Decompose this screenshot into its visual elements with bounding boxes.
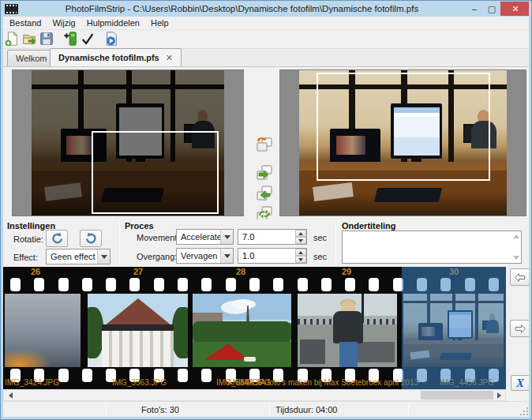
swap-start-end-button[interactable] [254, 135, 275, 154]
transition-dropdown[interactable]: Vervagen [176, 248, 234, 264]
frame-number: 28 [236, 267, 245, 276]
menu-wijzig[interactable]: Wijzig [47, 17, 81, 28]
close-button[interactable]: ✕ [500, 2, 530, 16]
remove-photo-button[interactable]: X [511, 375, 530, 391]
sprocket-hole [34, 278, 44, 291]
frame-filename: IMG_3424.JPG [5, 378, 59, 387]
start-render-button[interactable] [103, 31, 120, 48]
sprocket-hole [10, 278, 21, 291]
spin-up-icon[interactable] [295, 230, 306, 237]
render-check-icon [80, 31, 96, 48]
frame-number: 26 [31, 267, 40, 276]
start-position-panel[interactable] [12, 69, 244, 216]
filmstrip-app-icon [5, 4, 18, 14]
import-pictures-icon [62, 31, 78, 48]
filmstrip-frame-29[interactable] [298, 294, 397, 367]
filmstrip[interactable]: 26 27 28 29 30 [3, 267, 506, 389]
scroll-right-icon[interactable] [493, 390, 505, 400]
sprocket-hole [106, 278, 116, 291]
open-project-icon [21, 31, 37, 48]
move-photo-left-button[interactable] [510, 268, 530, 286]
save-project-icon [39, 31, 54, 48]
photofilmstrip-window: PhotoFilmStrip - C:\Users\Robbin\Desktop… [0, 0, 532, 420]
sprocket-hole [82, 369, 92, 382]
end-photo-preview[interactable] [299, 70, 507, 216]
menu-help[interactable]: Help [145, 17, 174, 28]
sprocket-hole [226, 278, 236, 291]
transition-label: Overgang: [137, 252, 177, 261]
rotate-ccw-button[interactable] [46, 230, 68, 247]
sprocket-hole [154, 278, 164, 291]
scrollbar-thumb[interactable] [421, 391, 493, 399]
tab-close-icon[interactable]: ✕ [166, 53, 173, 63]
spin-up-icon[interactable] [295, 249, 306, 256]
copy-start-to-end-icon [255, 163, 274, 182]
transition-duration-field [238, 248, 307, 264]
copy-start-to-end-button[interactable] [254, 163, 275, 182]
effect-dropdown[interactable]: Geen effect [46, 249, 111, 264]
maximize-button[interactable]: ▢ [483, 2, 500, 16]
filmstrip-frame-27[interactable] [88, 294, 188, 367]
resize-grip[interactable] [520, 407, 528, 415]
movement-dropdown[interactable]: Accelerated [176, 229, 234, 245]
sprocket-hole [249, 278, 260, 291]
save-project-button[interactable] [38, 31, 55, 48]
render-check-button[interactable] [79, 31, 96, 48]
rotate-cw-button[interactable] [80, 230, 102, 247]
new-project-button[interactable] [3, 31, 21, 48]
tab-project-label: Dynamische fotofilm.pfs [58, 53, 159, 62]
sprocket-hole [58, 278, 69, 291]
sprocket-hole [273, 278, 283, 291]
effect-value: Geen effect [47, 252, 97, 261]
end-position-panel[interactable] [279, 69, 526, 216]
photo-count-status: Foto's: 30 [141, 405, 179, 414]
new-project-icon [4, 31, 20, 48]
end-crop-rectangle[interactable] [317, 73, 490, 181]
chevron-down-icon [220, 230, 233, 244]
remove-x-icon: X [516, 377, 524, 390]
sprocket-hole [58, 369, 69, 382]
transition-value: Vervagen [177, 251, 220, 261]
sprocket-hole [178, 278, 188, 291]
filmstrip-frame-26[interactable] [5, 294, 81, 367]
frame-number: 27 [133, 267, 143, 276]
tab-welkom[interactable]: Welkom [7, 50, 56, 66]
copy-end-to-start-button[interactable] [254, 184, 275, 203]
move-photo-right-button[interactable] [510, 320, 530, 337]
rotate-ccw-icon [51, 232, 64, 246]
start-render-icon [103, 31, 119, 48]
titlebar[interactable]: PhotoFilmStrip - C:\Users\Robbin\Desktop… [1, 1, 531, 17]
subtitle-box [342, 231, 522, 264]
rotate-cw-icon [84, 232, 98, 246]
toolbar [1, 30, 531, 49]
sprocket-hole [201, 278, 212, 291]
menu-bestand[interactable]: Bestand [4, 17, 47, 28]
window-title: PhotoFilmStrip - C:\Users\Robbin\Desktop… [18, 4, 466, 13]
menu-hulpmiddelen[interactable]: Hulpmiddelen [81, 17, 145, 28]
minimize-button[interactable]: – [466, 2, 483, 16]
spin-down-icon[interactable] [295, 237, 306, 244]
subtitle-heading: Ondertiteling [342, 221, 395, 231]
start-photo-preview[interactable] [32, 70, 224, 216]
copy-end-to-start-icon [255, 184, 274, 203]
editor-area [1, 67, 531, 219]
subtitle-input[interactable] [343, 231, 521, 263]
menubar: Bestand Wijzig Hulpmiddelen Help [1, 17, 531, 30]
transition-unit: sec [313, 252, 327, 261]
import-pictures-button[interactable] [62, 31, 79, 48]
start-crop-rectangle[interactable] [92, 131, 219, 214]
tab-project[interactable]: Dynamische fotofilm.pfs ✕ [50, 48, 182, 66]
sprocket-hole [321, 278, 332, 291]
scroll-left-icon[interactable] [4, 390, 17, 400]
chevron-down-icon [97, 249, 110, 264]
statusbar: Foto's: 30 Tijdsduur: 04:00 [1, 401, 531, 418]
movement-unit: sec [313, 233, 327, 242]
swap-start-end-icon [255, 135, 274, 154]
arrow-right-icon [514, 324, 526, 334]
frame-filename: ANIMEDIA foto's maken bij Max Soetebroek… [227, 378, 418, 387]
filmstrip-scrollbar[interactable] [3, 389, 506, 401]
filmstrip-frame-28[interactable] [193, 294, 291, 367]
spin-down-icon[interactable] [295, 256, 306, 263]
sprocket-hole [82, 278, 92, 291]
open-project-button[interactable] [21, 31, 38, 48]
